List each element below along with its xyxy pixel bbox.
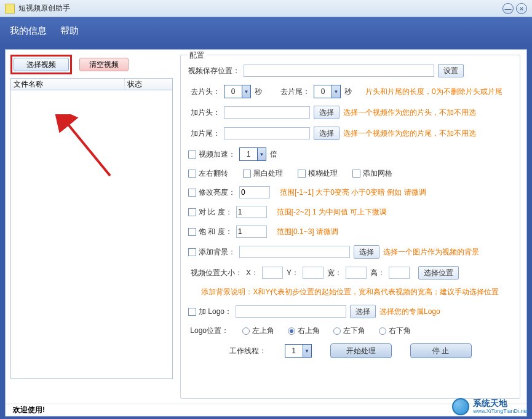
cut-tail-select[interactable]: 0▼ [314, 85, 341, 98]
row-saturation: 饱 和 度： 范围[0.1~3] 请微调 [188, 225, 512, 238]
add-head-input[interactable] [224, 106, 310, 119]
window-title: 短视频原创助手 [18, 3, 502, 14]
add-head-choose-button[interactable]: 选择 [314, 106, 339, 119]
config-group: 配置 视频保存位置： 设置 去片头： 0▼ 秒 去片尾： 0▼ 秒 [180, 55, 520, 399]
col-status: 状态 [125, 79, 172, 90]
welcome-text: 欢迎使用! [13, 405, 45, 415]
bg-note: 添加背景说明：X和Y代表初步位置的起始位置，宽和高代表视频的宽高；建议手动选择位… [201, 287, 499, 297]
logo-br-radio[interactable]: 右下角 [379, 326, 411, 336]
logo-checkbox[interactable]: 加 Logo： [188, 307, 232, 317]
footer: 欢迎使用! [6, 404, 526, 416]
file-table-body [10, 90, 173, 379]
brightness-checkbox[interactable]: 修改亮度： [188, 187, 236, 198]
row-add-head: 加片头： 选择 选择一个视频作为您的片头，不加不用选 [188, 106, 512, 119]
row-logo: 加 Logo： 选择 选择您的专属Logo [188, 305, 512, 318]
clear-video-button[interactable]: 清空视频 [79, 58, 129, 71]
row-run: 工作线程： 1▼ 开始处理 停 止 [188, 343, 512, 358]
bw-checkbox[interactable]: 黑白处理 [243, 168, 283, 179]
watermark-text: 系统天地 www.XiTongTianDi.net [473, 399, 528, 414]
flip-checkbox[interactable]: 左右翻转 [188, 168, 228, 179]
saturation-hint: 范围[0.1~3] 请微调 [277, 227, 338, 237]
add-head-label: 加片头： [188, 108, 220, 118]
set-path-button[interactable]: 设置 [438, 64, 464, 77]
contrast-input[interactable] [236, 206, 267, 218]
add-tail-choose-button[interactable]: 选择 [314, 127, 339, 140]
row-effects: 左右翻转 黑白处理 模糊处理 添加网格 [188, 168, 512, 179]
content-row: 选择视频 清空视频 文件名称 状态 配置 [6, 50, 526, 404]
row-bg-note: 添加背景说明：X和Y代表初步位置的起始位置，宽和高代表视频的宽高；建议手动选择位… [188, 287, 512, 297]
add-tail-label: 加片尾： [188, 128, 220, 139]
saturation-input[interactable] [236, 225, 267, 238]
row-bg: 添加背景： 选择 选择一个图片作为视频的背景 [188, 245, 512, 259]
brightness-hint: 范围[-1~1] 大于0变亮 小于0变暗 例如 请微调 [280, 187, 426, 198]
chevron-down-icon: ▼ [242, 85, 250, 98]
menu-help[interactable]: 帮助 [60, 25, 79, 37]
accel-select[interactable]: 1▼ [239, 147, 266, 161]
select-video-button[interactable]: 选择视频 [14, 58, 69, 71]
col-filename: 文件名称 [11, 79, 125, 90]
left-buttons: 选择视频 清空视频 [10, 55, 173, 74]
pos-h-input[interactable] [389, 267, 410, 279]
bg-checkbox[interactable]: 添加背景： [188, 247, 236, 257]
file-table-header: 文件名称 状态 [10, 78, 173, 90]
threads-select[interactable]: 1▼ [285, 344, 312, 358]
highlight-box: 选择视频 [10, 55, 72, 74]
accel-checkbox[interactable]: 视频加速： [188, 149, 236, 160]
minimize-button[interactable]: — [502, 3, 514, 14]
cut-head-label: 去片头： [188, 87, 220, 97]
saturation-checkbox[interactable]: 饱 和 度： [188, 227, 232, 237]
row-brightness: 修改亮度： 范围[-1~1] 大于0变亮 小于0变暗 例如 请微调 [188, 186, 512, 198]
main-wrap: 选择视频 清空视频 文件名称 状态 配置 [0, 44, 532, 419]
contrast-hint: 范围[-2~2] 1 为中间值 可上下微调 [277, 207, 387, 217]
pos-y-label: Y： [287, 268, 299, 278]
menu-my-info[interactable]: 我的信息 [10, 25, 47, 37]
pos-x-label: X： [246, 268, 258, 278]
brightness-input[interactable] [239, 186, 270, 198]
logo-tl-radio[interactable]: 左上角 [242, 326, 274, 336]
window-buttons: — × [502, 3, 527, 14]
row-accel: 视频加速： 1▼ 倍 [188, 147, 512, 161]
row-cut: 去片头： 0▼ 秒 去片尾： 0▼ 秒 片头和片尾的长度，0为不删除片头或片尾 [188, 85, 512, 98]
pos-x-input[interactable] [262, 267, 283, 279]
row-add-tail: 加片尾： 选择 选择一个视频作为您的片尾，不加不用选 [188, 127, 512, 140]
inner-panel: 选择视频 清空视频 文件名称 状态 配置 [5, 49, 527, 417]
cut-tail-label: 去片尾： [280, 87, 310, 97]
contrast-checkbox[interactable]: 对 比 度： [188, 207, 232, 217]
bg-input[interactable] [239, 246, 350, 258]
title-bar: 短视频原创助手 — × [0, 0, 532, 17]
watermark-logo-icon [452, 398, 469, 415]
logo-pos-label: Logo位置： [188, 326, 229, 336]
grid-checkbox[interactable]: 添加网格 [352, 168, 392, 179]
logo-choose-button[interactable]: 选择 [350, 305, 376, 318]
logo-tr-radio[interactable]: 右上角 [288, 326, 320, 336]
add-tail-input[interactable] [224, 127, 310, 139]
logo-bl-radio[interactable]: 左下角 [333, 326, 365, 336]
stop-button[interactable]: 停 止 [410, 343, 472, 358]
app-icon [5, 4, 15, 14]
chevron-down-icon: ▼ [303, 345, 311, 357]
pos-w-input[interactable] [346, 267, 367, 279]
config-legend: 配置 [187, 50, 207, 61]
chevron-down-icon: ▼ [257, 148, 266, 160]
bg-choose-button[interactable]: 选择 [354, 245, 379, 259]
logo-input[interactable] [236, 305, 346, 318]
sec-label-2: 秒 [344, 87, 352, 97]
pos-h-label: 高： [370, 268, 385, 278]
start-button[interactable]: 开始处理 [330, 343, 392, 358]
cut-hint: 片头和片尾的长度，0为不删除片头或片尾 [365, 87, 502, 97]
save-path-input[interactable] [244, 65, 434, 77]
blur-checkbox[interactable]: 模糊处理 [298, 168, 338, 179]
left-panel: 选择视频 清空视频 文件名称 状态 [6, 50, 178, 404]
close-button[interactable]: × [516, 3, 527, 14]
row-logo-pos: Logo位置： 左上角 右上角 左下角 右下角 [188, 326, 512, 336]
pos-y-input[interactable] [303, 267, 324, 279]
cut-head-select[interactable]: 0▼ [224, 85, 251, 98]
right-panel: 配置 视频保存位置： 设置 去片头： 0▼ 秒 去片尾： 0▼ 秒 [178, 50, 526, 404]
sec-label-1: 秒 [255, 87, 262, 97]
menu-bar: 我的信息 帮助 [0, 17, 532, 44]
watermark: 系统天地 www.XiTongTianDi.net [452, 398, 528, 415]
watermark-line1: 系统天地 [473, 399, 528, 408]
choose-pos-button[interactable]: 选择位置 [418, 266, 459, 280]
pos-w-label: 宽： [327, 268, 342, 278]
save-path-label: 视频保存位置： [188, 66, 240, 76]
